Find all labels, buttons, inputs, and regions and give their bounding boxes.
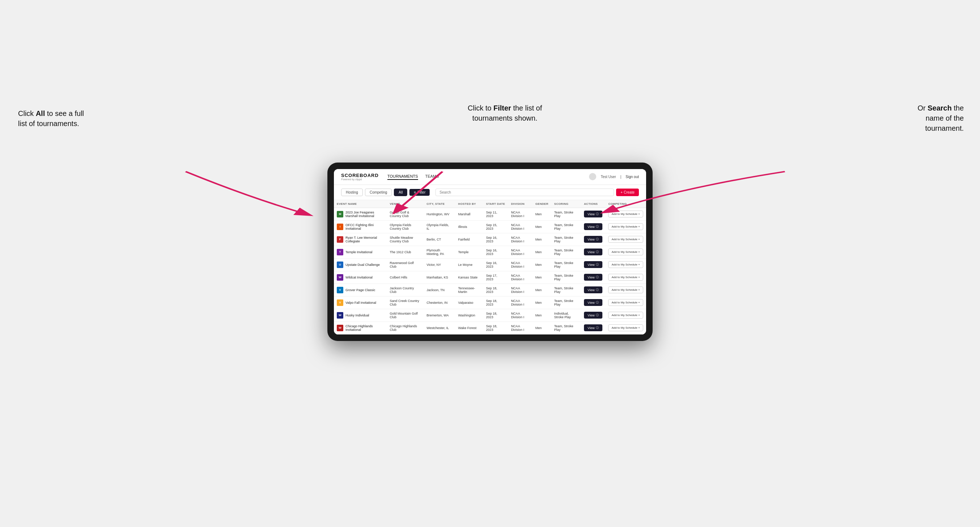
col-actions: ACTIONS bbox=[581, 200, 605, 208]
hosted-by-cell: Temple bbox=[455, 246, 483, 258]
competing-cell: Add to My Schedule + bbox=[605, 208, 646, 220]
table-row: W Husky Individual Gold Mountain Golf Cl… bbox=[334, 309, 646, 321]
col-venue: VENUE bbox=[387, 200, 423, 208]
add-to-schedule-button[interactable]: Add to My Schedule + bbox=[608, 286, 643, 293]
view-icon: ⓘ bbox=[596, 300, 599, 305]
col-division: DIVISION bbox=[508, 200, 532, 208]
view-icon: ⓘ bbox=[596, 326, 599, 330]
event-name-cell: T Temple Invitational bbox=[334, 246, 387, 258]
table-row: F Ryan T. Lee Memorial Collegiate Shuttl… bbox=[334, 233, 646, 246]
col-event-name: EVENT NAME bbox=[334, 200, 387, 208]
view-icon: ⓘ bbox=[596, 275, 599, 279]
event-name-cell: V Valpo Fall Invitational bbox=[334, 296, 387, 309]
actions-cell: View ⓘ bbox=[581, 220, 605, 233]
venue-cell: Ravenwood Golf Club bbox=[387, 258, 423, 271]
event-name-text: Wildcat Invitational bbox=[345, 276, 372, 279]
start-date-cell: Sep 11, 2023 bbox=[483, 208, 508, 220]
hosted-by-cell: Tennessee-Martin bbox=[455, 284, 483, 296]
view-button[interactable]: View ⓘ bbox=[584, 211, 602, 217]
start-date-cell: Sep 18, 2023 bbox=[483, 284, 508, 296]
view-button[interactable]: View ⓘ bbox=[584, 274, 602, 281]
scoring-cell: Team, Stroke Play bbox=[551, 321, 581, 334]
col-start-date: START DATE bbox=[483, 200, 508, 208]
competing-cell: Add to My Schedule + bbox=[605, 258, 646, 271]
table-body: M 2023 Joe Feaganes Marshall Invitationa… bbox=[334, 208, 646, 334]
competing-cell: Add to My Schedule + bbox=[605, 296, 646, 309]
venue-cell: The 1912 Club bbox=[387, 246, 423, 258]
view-icon: ⓘ bbox=[596, 313, 599, 317]
view-button[interactable]: View ⓘ bbox=[584, 286, 602, 293]
division-cell: NCAA Division I bbox=[508, 321, 532, 334]
venue-cell: Guyan Golf & Country Club bbox=[387, 208, 423, 220]
event-name-text: Grover Page Classic bbox=[345, 288, 375, 292]
team-logo: W bbox=[337, 274, 343, 281]
start-date-cell: Sep 18, 2023 bbox=[483, 296, 508, 309]
division-cell: NCAA Division I bbox=[508, 309, 532, 321]
logo-area: SCOREBOARD Powered by clippd bbox=[341, 173, 379, 181]
add-to-schedule-button[interactable]: Add to My Schedule + bbox=[608, 223, 643, 230]
create-button[interactable]: + Create bbox=[616, 189, 639, 196]
view-button[interactable]: View ⓘ bbox=[584, 299, 602, 306]
col-competing: COMPETING bbox=[605, 200, 646, 208]
tournaments-table-container: EVENT NAME VENUE CITY, STATE HOSTED BY S… bbox=[334, 200, 646, 335]
city-state-cell: Westchester, IL bbox=[423, 321, 455, 334]
competing-cell: Add to My Schedule + bbox=[605, 233, 646, 246]
competing-tab[interactable]: Competing bbox=[365, 189, 392, 196]
gender-cell: Men bbox=[533, 246, 551, 258]
actions-cell: View ⓘ bbox=[581, 309, 605, 321]
nav-tabs: TOURNAMENTS TEAMS bbox=[387, 173, 589, 180]
add-to-schedule-button[interactable]: Add to My Schedule + bbox=[608, 324, 643, 331]
view-button[interactable]: View ⓘ bbox=[584, 223, 602, 230]
nav-tab-tournaments[interactable]: TOURNAMENTS bbox=[387, 173, 418, 180]
sign-out-link[interactable]: Sign out bbox=[625, 175, 639, 179]
event-name-text: Upstate Dual Challenge bbox=[345, 263, 380, 267]
actions-cell: View ⓘ bbox=[581, 321, 605, 334]
all-tab[interactable]: All bbox=[394, 189, 407, 196]
city-state-cell: Chesterton, IN bbox=[423, 296, 455, 309]
start-date-cell: Sep 16, 2023 bbox=[483, 246, 508, 258]
nav-tab-teams[interactable]: TEAMS bbox=[425, 173, 439, 180]
add-to-schedule-button[interactable]: Add to My Schedule + bbox=[608, 312, 643, 319]
start-date-cell: Sep 18, 2023 bbox=[483, 309, 508, 321]
filter-icon: ≡ bbox=[414, 190, 416, 194]
event-name-cell: W Chicago Highlands Invitational bbox=[334, 321, 387, 334]
venue-cell: Sand Creek Country Club bbox=[387, 296, 423, 309]
view-button[interactable]: View ⓘ bbox=[584, 249, 602, 256]
add-to-schedule-button[interactable]: Add to My Schedule + bbox=[608, 299, 643, 306]
start-date-cell: Sep 16, 2023 bbox=[483, 233, 508, 246]
user-name: Test User bbox=[601, 175, 616, 179]
add-to-schedule-button[interactable]: Add to My Schedule + bbox=[608, 236, 643, 243]
start-date-cell: Sep 15, 2023 bbox=[483, 220, 508, 233]
view-button[interactable]: View ⓘ bbox=[584, 312, 602, 319]
filter-button[interactable]: ≡ Filter bbox=[409, 189, 430, 196]
event-name-cell: W Husky Individual bbox=[334, 309, 387, 321]
actions-cell: View ⓘ bbox=[581, 296, 605, 309]
logo-text: SCOREBOARD bbox=[341, 173, 379, 178]
annotation-top-center: Click to Filter the list oftournaments s… bbox=[468, 103, 542, 123]
hosting-tab[interactable]: Hosting bbox=[341, 189, 363, 196]
competing-cell: Add to My Schedule + bbox=[605, 284, 646, 296]
table-row: W Chicago Highlands Invitational Chicago… bbox=[334, 321, 646, 334]
search-input[interactable] bbox=[436, 189, 614, 196]
scoring-cell: Team, Stroke Play bbox=[551, 220, 581, 233]
view-icon: ⓘ bbox=[596, 288, 599, 292]
view-icon: ⓘ bbox=[596, 263, 599, 267]
view-button[interactable]: View ⓘ bbox=[584, 324, 602, 331]
division-cell: NCAA Division I bbox=[508, 208, 532, 220]
division-cell: NCAA Division I bbox=[508, 246, 532, 258]
city-state-cell: Jackson, TN bbox=[423, 284, 455, 296]
annotation-top-right: Or Search thename of thetournament. bbox=[918, 103, 964, 133]
add-to-schedule-button[interactable]: Add to My Schedule + bbox=[608, 211, 643, 217]
app-header: SCOREBOARD Powered by clippd TOURNAMENTS… bbox=[334, 169, 646, 185]
add-to-schedule-button[interactable]: Add to My Schedule + bbox=[608, 274, 643, 281]
start-date-cell: Sep 18, 2023 bbox=[483, 321, 508, 334]
add-to-schedule-button[interactable]: Add to My Schedule + bbox=[608, 261, 643, 268]
view-button[interactable]: View ⓘ bbox=[584, 236, 602, 243]
gender-cell: Men bbox=[533, 296, 551, 309]
col-gender: GENDER bbox=[533, 200, 551, 208]
hosted-by-cell: Washington bbox=[455, 309, 483, 321]
add-to-schedule-button[interactable]: Add to My Schedule + bbox=[608, 249, 643, 256]
competing-cell: Add to My Schedule + bbox=[605, 271, 646, 284]
view-icon: ⓘ bbox=[596, 250, 599, 254]
view-button[interactable]: View ⓘ bbox=[584, 261, 602, 268]
